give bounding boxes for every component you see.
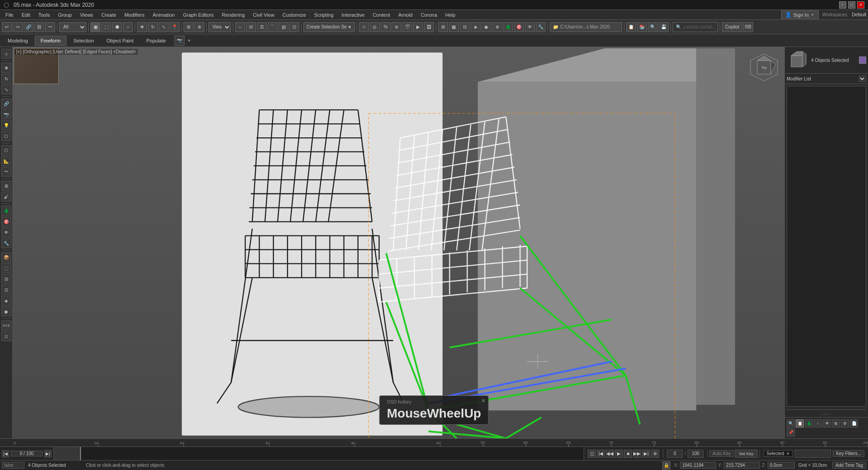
menu-interactive[interactable]: Interactive: [338, 11, 368, 19]
osd-close-button[interactable]: ✕: [481, 398, 486, 404]
percent-snap-button[interactable]: %: [381, 22, 391, 32]
select-paint-button[interactable]: ○: [123, 22, 133, 32]
anim-end-button[interactable]: ⊕: [651, 450, 659, 458]
tab-modeling[interactable]: Modeling: [2, 36, 34, 46]
save-scene-button[interactable]: 💾: [659, 22, 669, 32]
left-motion-button[interactable]: 🎯: [1, 216, 11, 226]
material-button[interactable]: ◉: [481, 22, 491, 32]
menu-tools[interactable]: Tools: [35, 11, 54, 19]
key-filters-button[interactable]: Key Filters...: [833, 450, 864, 457]
menu-graph-editors[interactable]: Graph Editors: [179, 11, 217, 19]
left-scale-button[interactable]: ⤡: [1, 85, 11, 94]
left-camera-button[interactable]: 📷: [1, 109, 11, 119]
left-hierarchy-button[interactable]: 🌲: [1, 206, 11, 216]
snap3d-button[interactable]: ▦: [449, 22, 459, 32]
scene-search-input[interactable]: 🔍 y:scene.compl...: [673, 22, 718, 32]
left-spacewarp-button[interactable]: 〜: [1, 167, 11, 177]
pivot-button[interactable]: ⊕: [492, 22, 502, 32]
left-light-button[interactable]: 💡: [1, 120, 11, 130]
modifier-list-dropdown[interactable]: [859, 75, 866, 82]
menu-file[interactable]: File: [2, 11, 17, 19]
auto-key-button[interactable]: Auto Key: [709, 450, 734, 457]
tab-populate[interactable]: Populate: [140, 36, 171, 46]
rp-modifier-button[interactable]: 📋: [796, 419, 804, 428]
timeline-start-button[interactable]: |◀: [2, 450, 9, 457]
place-button[interactable]: 📍: [170, 22, 179, 32]
rp-display-button[interactable]: 👁: [823, 419, 831, 428]
menu-create[interactable]: Create: [98, 11, 120, 19]
angle-snap-button[interactable]: ◎: [370, 22, 380, 32]
menu-group[interactable]: Group: [54, 11, 75, 19]
select-button[interactable]: ▣: [90, 22, 100, 32]
left-select-button[interactable]: ⊹: [1, 49, 11, 59]
maximize-button[interactable]: □: [848, 1, 855, 9]
left-paint-button[interactable]: 🖌: [1, 192, 11, 202]
minimize-button[interactable]: −: [839, 1, 846, 9]
select-link-button[interactable]: 🔗: [24, 22, 33, 32]
render-button[interactable]: ▶: [413, 22, 423, 32]
tab-selection[interactable]: Selection: [67, 36, 99, 46]
layer-manager-button[interactable]: 📚: [637, 22, 647, 32]
left-more2-button[interactable]: ⊡: [1, 285, 11, 295]
normal-button[interactable]: ◈: [471, 22, 481, 32]
tab-object-paint[interactable]: Object Paint: [101, 36, 140, 46]
menu-modifiers[interactable]: Modifiers: [121, 11, 148, 19]
menu-views[interactable]: Views: [76, 11, 97, 19]
ref-coord-button[interactable]: ⊞: [184, 22, 193, 32]
lock-button[interactable]: 🔒: [662, 461, 670, 470]
rp-sphere-button[interactable]: ○: [814, 419, 822, 428]
close-button[interactable]: ✕: [857, 1, 864, 9]
property-button[interactable]: 🔍: [648, 22, 658, 32]
create-selection-set-button[interactable]: Create Selection Se ▼: [303, 22, 355, 32]
select-lasso-button[interactable]: ⬟: [112, 22, 122, 32]
left-move-button[interactable]: ✥: [1, 63, 11, 73]
render-frame-button[interactable]: 🖼: [424, 22, 434, 32]
left-geometry-button[interactable]: ⬡: [1, 131, 11, 141]
menu-animation[interactable]: Animation: [149, 11, 179, 19]
y-coord-input[interactable]: [724, 462, 760, 469]
left-xref-button[interactable]: ⬚: [1, 263, 11, 273]
menu-corona[interactable]: Corona: [417, 11, 441, 19]
anim-next-key-button[interactable]: ▶▶: [633, 450, 641, 458]
anim-next-frame-button[interactable]: ▶|: [642, 450, 650, 458]
total-frames-input[interactable]: [688, 450, 703, 458]
anim-play-button[interactable]: ▶: [615, 450, 623, 458]
rp-pin-button[interactable]: 📌: [787, 428, 795, 437]
rp-grid-button[interactable]: ⊞: [832, 419, 840, 428]
copilot-button[interactable]: Copilot: [722, 22, 742, 32]
curve-button[interactable]: ⌒: [268, 22, 278, 32]
menu-help[interactable]: Help: [442, 11, 459, 19]
anim-prev-frame-button[interactable]: |◀: [597, 450, 605, 458]
rp-hierarchy-button[interactable]: 🌲: [805, 419, 813, 428]
center-button[interactable]: ⊕: [194, 22, 204, 32]
scene-explorer-button[interactable]: 📋: [626, 22, 636, 32]
menu-arnold[interactable]: Arnold: [395, 11, 416, 19]
align-button[interactable]: ⊟: [246, 22, 256, 32]
utilities-button[interactable]: 🔧: [536, 22, 546, 32]
left-xyz-button[interactable]: XYZ: [1, 320, 11, 330]
x-coord-input[interactable]: [680, 462, 716, 469]
ribbon-button[interactable]: ▤: [278, 22, 288, 32]
anim-prev-key-button[interactable]: ◀◀: [606, 450, 614, 458]
rp-config-button[interactable]: ⚙: [841, 419, 849, 428]
left-coord-button[interactable]: ◫: [1, 331, 11, 341]
rp-color-swatch[interactable]: [859, 56, 866, 64]
menu-edit[interactable]: Edit: [18, 11, 34, 19]
display-button[interactable]: 👁: [525, 22, 535, 32]
rp-copy-button[interactable]: 📄: [850, 419, 858, 428]
user-button[interactable]: RB: [743, 22, 753, 32]
set-key-button[interactable]: Set Key: [735, 450, 758, 458]
sign-in-button[interactable]: 👤 Sign In ▼: [781, 10, 819, 19]
selected-badge[interactable]: Selected ▼: [764, 450, 793, 457]
unlink-button[interactable]: ⛓: [34, 22, 44, 32]
menu-customize[interactable]: Customize: [279, 11, 310, 19]
grid-button[interactable]: ⊞: [438, 22, 448, 32]
left-systems-button[interactable]: ⊞: [1, 181, 11, 191]
undo-button[interactable]: ↩: [2, 22, 12, 32]
timeline-position[interactable]: 0 / 100: [11, 451, 42, 456]
toggle-button[interactable]: ⊡: [289, 22, 299, 32]
viewport[interactable]: [+] [Orthographic] [User Defined] [Edged…: [13, 47, 784, 438]
left-more3-button[interactable]: ◈: [1, 296, 11, 306]
motion-button[interactable]: 🎯: [514, 22, 524, 32]
spinner-snap-button[interactable]: ⊛: [392, 22, 401, 32]
